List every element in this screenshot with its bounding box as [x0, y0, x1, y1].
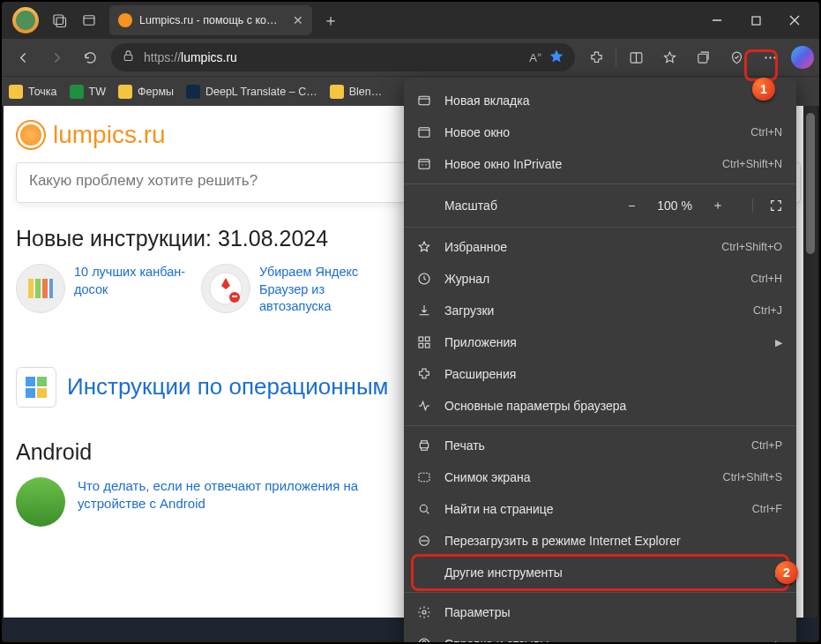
menu-item[interactable]: Найти на странице Ctrl+F	[404, 493, 796, 525]
svg-rect-10	[28, 279, 34, 298]
bookmark-label: TW	[89, 86, 106, 98]
tab-title: Lumpics.ru - помощь с компьюте…	[139, 14, 284, 26]
bookmark-label: DeepL Translate – С…	[205, 86, 317, 98]
bookmark-item[interactable]: Blen…	[330, 85, 383, 99]
menu-item[interactable]: Печать Ctrl+P	[404, 430, 796, 461]
callout-badge-1: 1	[752, 78, 775, 101]
menu-item-label: Перезагрузить в режиме Internet Explorer	[444, 534, 782, 548]
svg-rect-2	[84, 16, 94, 26]
print-icon	[416, 438, 432, 453]
profile-avatar[interactable]	[12, 7, 39, 34]
close-window-button[interactable]	[775, 5, 814, 35]
favorite-star-icon[interactable]	[549, 49, 564, 67]
menu-shortcut: Ctrl+H	[750, 273, 782, 285]
bookmark-item[interactable]: DeepL Translate – С…	[186, 85, 317, 99]
menu-item[interactable]: Загрузки Ctrl+J	[404, 295, 796, 326]
menu-item[interactable]: Снимок экрана Ctrl+Shift+S	[404, 461, 796, 493]
zoom-label: Масштаб	[444, 198, 620, 213]
forward-button	[41, 43, 72, 71]
menu-item-label: Другие инструменты	[444, 565, 756, 580]
tab-favicon	[118, 13, 132, 27]
menu-item[interactable]: Новая вкладка	[404, 85, 796, 116]
collections-icon[interactable]	[687, 43, 719, 71]
url-host: lumpics.ru	[181, 50, 237, 64]
menu-item-label: Новая вкладка	[444, 94, 782, 108]
browser-tab[interactable]: Lumpics.ru - помощь с компьюте… ✕	[109, 5, 312, 35]
settings-menu: Новая вкладка Новое окно Ctrl+N Новое ок…	[404, 78, 796, 644]
menu-item-label: Печать	[444, 438, 739, 453]
svg-point-34	[419, 639, 429, 644]
menu-item[interactable]: Журнал Ctrl+H	[404, 263, 796, 295]
menu-shortcut: Ctrl+F	[752, 503, 782, 515]
svg-rect-22	[419, 128, 429, 138]
menu-item[interactable]: Основные параметры браузера	[404, 390, 796, 422]
svg-rect-3	[752, 17, 760, 25]
menu-item[interactable]: Новое окно InPrivate Ctrl+Shift+N	[404, 148, 796, 180]
menu-item-label: Снимок экрана	[444, 470, 711, 484]
svg-rect-12	[42, 279, 48, 298]
svg-rect-30	[419, 473, 429, 481]
bookmark-item[interactable]: TW	[70, 85, 106, 99]
extensions-icon[interactable]	[580, 43, 612, 71]
svg-rect-17	[26, 377, 35, 386]
menu-item[interactable]: Параметры	[404, 596, 796, 628]
window-icon	[416, 124, 432, 140]
menu-item[interactable]: Новое окно Ctrl+N	[404, 116, 796, 148]
menu-item-label: Избранное	[444, 240, 709, 254]
menu-item-label: Журнал	[444, 272, 738, 286]
address-bar[interactable]: https://lumpics.ru A»	[111, 43, 575, 71]
help-icon	[416, 636, 432, 644]
menu-item[interactable]: Расширения	[404, 358, 796, 390]
refresh-button[interactable]	[74, 43, 106, 71]
card-thumb	[201, 264, 250, 313]
tab-close-icon[interactable]: ✕	[293, 13, 303, 27]
svg-rect-11	[35, 279, 41, 298]
menu-item[interactable]: Другие инструменты ▶	[404, 557, 796, 588]
fullscreen-button[interactable]	[752, 198, 787, 213]
svg-rect-16	[232, 296, 237, 297]
article-card[interactable]: 10 лучших канбан-досок	[16, 264, 192, 316]
bookmark-item[interactable]: Точка	[9, 85, 57, 99]
menu-item[interactable]: Избранное Ctrl+Shift+O	[404, 231, 796, 263]
zoom-in-button[interactable]: ＋	[706, 194, 729, 217]
menu-item-label: Параметры	[444, 605, 782, 619]
inprivate-icon	[416, 156, 432, 172]
menu-item[interactable]: Приложения ▶	[404, 326, 796, 358]
tab-actions-icon[interactable]	[74, 5, 104, 35]
svg-rect-26	[425, 337, 429, 341]
menu-item[interactable]: Справка и отзывы ▶	[404, 628, 796, 644]
article-card[interactable]: Убираем Яндекс Браузер из автозапуска	[201, 264, 377, 316]
favorites-icon[interactable]	[653, 43, 685, 71]
svg-point-31	[420, 505, 427, 512]
os-icon	[16, 367, 56, 408]
read-aloud-icon[interactable]: A»	[529, 50, 541, 64]
svg-rect-27	[419, 343, 423, 348]
menu-shortcut: Ctrl+Shift+O	[721, 241, 782, 253]
article-link[interactable]: Что делать, если не отвечают приложения …	[78, 477, 395, 513]
vertical-scrollbar[interactable]	[803, 106, 817, 618]
menu-shortcut: Ctrl+Shift+N	[722, 158, 782, 170]
bookmark-label: Точка	[28, 86, 57, 98]
svg-rect-21	[419, 96, 429, 104]
back-button[interactable]	[7, 43, 39, 71]
zoom-out-button[interactable]: −	[620, 194, 643, 217]
minimize-button[interactable]	[698, 5, 736, 35]
new-tab-button[interactable]: ＋	[317, 7, 344, 34]
bookmark-item[interactable]: Фермы	[118, 85, 174, 99]
menu-item[interactable]: Перезагрузить в режиме Internet Explorer	[404, 525, 796, 557]
maximize-button[interactable]	[736, 5, 775, 35]
apps-icon	[416, 334, 432, 350]
copilot-button[interactable]	[791, 46, 814, 69]
svg-rect-0	[54, 15, 63, 25]
svg-rect-23	[419, 160, 429, 169]
workspaces-icon[interactable]	[44, 5, 74, 35]
svg-rect-6	[698, 54, 706, 63]
svg-rect-4	[124, 55, 132, 60]
shot-icon	[416, 469, 432, 485]
menu-item-label: Приложения	[444, 335, 756, 349]
split-screen-icon[interactable]	[620, 43, 652, 71]
site-info-icon[interactable]	[122, 49, 135, 65]
menu-shortcut: Ctrl+N	[750, 126, 782, 139]
bookmark-label: Blen…	[349, 86, 383, 98]
url-scheme: https://	[144, 50, 181, 64]
